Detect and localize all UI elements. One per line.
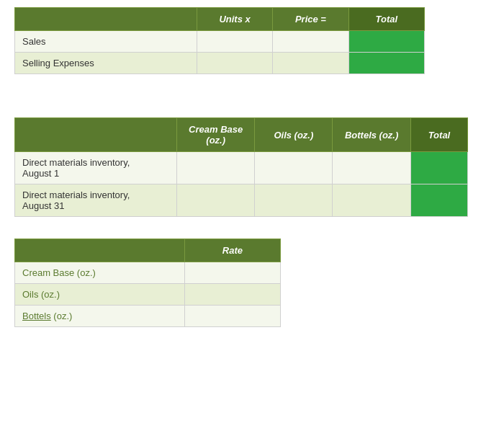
table-row: Cream Base (oz.): [15, 262, 281, 284]
row-price-sales: [273, 31, 348, 53]
table2-header-cream: Cream Base (oz.): [176, 118, 254, 152]
row-label-bottels-rate: Bottels (oz.): [15, 306, 185, 327]
row-rate-oils: [184, 284, 280, 306]
row-label-aug1: Direct materials inventory,August 1: [15, 152, 177, 184]
row-label-aug31: Direct materials inventory,August 31: [15, 184, 177, 217]
row-rate-bottels: [184, 306, 280, 327]
table3-header-label: [15, 239, 185, 262]
row-label-sales: Sales: [15, 31, 197, 53]
row-total-aug1: [410, 152, 467, 184]
table1-header-price: Price =: [273, 8, 348, 31]
bottels-underline: Bottels: [22, 311, 51, 321]
direct-materials-table: Cream Base (oz.) Oils (oz.) Bottels (oz.…: [14, 117, 468, 217]
sales-table: Units x Price = Total Sales Selling Expe…: [14, 7, 425, 74]
row-total-sales: [348, 31, 424, 53]
table1-header-label: [15, 8, 197, 31]
table3-header-rate: Rate: [184, 239, 280, 262]
table2-header-total: Total: [410, 118, 467, 152]
table-row: Oils (oz.): [15, 284, 281, 306]
table2-header-bottels: Bottels (oz.): [333, 118, 411, 152]
table1-header-total: Total: [348, 8, 424, 31]
row-price-selling: [273, 53, 348, 74]
row-label-cream-rate: Cream Base (oz.): [15, 262, 185, 284]
row-total-selling: [348, 53, 424, 74]
row-bottels-aug1: [333, 152, 411, 184]
table-row: Bottels (oz.): [15, 306, 281, 327]
rate-table: Rate Cream Base (oz.) Oils (oz.) Bottels…: [14, 239, 281, 327]
row-units-selling: [197, 53, 272, 74]
row-total-aug31: [410, 184, 467, 217]
row-cream-aug31: [176, 184, 254, 217]
table1-header-units: Units x: [197, 8, 272, 31]
row-cream-aug1: [176, 152, 254, 184]
row-units-sales: [197, 31, 272, 53]
table-row: Direct materials inventory,August 1: [15, 152, 468, 184]
row-label-oils-rate: Oils (oz.): [15, 284, 185, 306]
table-row: Sales: [15, 31, 425, 53]
row-oils-aug31: [255, 184, 333, 217]
table2-header-label: [15, 118, 177, 152]
row-rate-cream: [184, 262, 280, 284]
table-row: Direct materials inventory,August 31: [15, 184, 468, 217]
table-row: Selling Expenses: [15, 53, 425, 74]
row-label-selling: Selling Expenses: [15, 53, 197, 74]
row-oils-aug1: [255, 152, 333, 184]
row-bottels-aug31: [333, 184, 411, 217]
table2-header-oils: Oils (oz.): [255, 118, 333, 152]
